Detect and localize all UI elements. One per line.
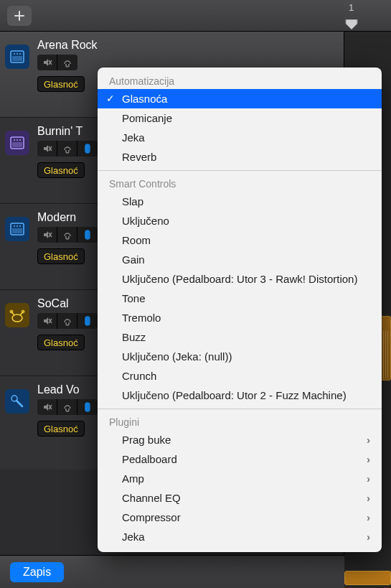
ruler-bar-label: 1 [349, 2, 354, 13]
svg-point-5 [19, 53, 21, 55]
svg-point-19 [17, 225, 18, 227]
track-toolbar [0, 0, 391, 32]
playhead[interactable] [344, 19, 359, 31]
menu-item-label: Amp [122, 472, 144, 485]
menu-item[interactable]: Glasnoća [98, 89, 382, 108]
automation-parameter-pill[interactable]: Glasnoć [37, 248, 85, 264]
region-vocal[interactable] [344, 571, 391, 585]
input-monitor-button[interactable] [77, 399, 98, 415]
mute-button[interactable] [37, 313, 57, 329]
menu-submenu-item[interactable]: Compressor› [98, 508, 382, 527]
menu-item[interactable]: Buzz [98, 327, 382, 347]
svg-rect-2 [12, 56, 22, 61]
menu-header-plugins: Plugini [98, 413, 382, 430]
menu-item[interactable]: Gain [98, 250, 382, 269]
menu-separator [98, 170, 382, 171]
solo-button[interactable] [57, 141, 77, 157]
pill-label: Glasnoć [44, 79, 78, 90]
svg-point-24 [12, 314, 22, 322]
menu-submenu-item[interactable]: Amp› [98, 469, 382, 488]
microphone-icon [5, 389, 29, 414]
pill-label: Glasnoć [44, 165, 78, 176]
automation-parameter-pill[interactable]: Glasnoć [37, 421, 85, 437]
menu-item-label: Channel EQ [122, 492, 181, 504]
menu-item[interactable]: Slap [98, 192, 382, 211]
record-label: Zapis [23, 566, 51, 579]
amp-icon [5, 45, 29, 69]
input-monitor-button[interactable] [77, 141, 98, 157]
menu-separator [98, 409, 382, 409]
chevron-right-icon: › [367, 511, 370, 523]
add-track-button[interactable] [7, 6, 32, 26]
svg-point-10 [14, 139, 15, 141]
svg-rect-17 [12, 228, 22, 233]
svg-point-18 [14, 225, 15, 227]
menu-item[interactable]: Pomicanje [98, 108, 382, 128]
mute-button[interactable] [37, 227, 57, 243]
automation-parameter-pill[interactable]: Glasnoć [37, 335, 85, 350]
solo-button[interactable] [57, 227, 77, 243]
chevron-right-icon: › [367, 531, 370, 543]
solo-button[interactable] [57, 313, 77, 329]
menu-item[interactable]: Uključeno (Jeka: (null)) [98, 347, 382, 366]
pill-label: Glasnoć [44, 337, 78, 348]
menu-item-label: Pedalboard [122, 453, 177, 465]
svg-line-33 [17, 401, 22, 406]
chevron-right-icon: › [367, 472, 370, 485]
menu-header-smart-controls: Smart Controls [98, 174, 382, 192]
record-button[interactable]: Zapis [10, 562, 64, 582]
menu-item-label: Compressor [122, 511, 181, 523]
svg-rect-23 [85, 230, 90, 239]
automation-parameter-pill[interactable]: Glasnoć [37, 162, 85, 178]
input-monitor-button[interactable] [77, 313, 98, 329]
chevron-right-icon: › [367, 434, 370, 446]
automation-parameter-pill[interactable]: Glasnoć [37, 76, 85, 92]
menu-item-label: Prag buke [122, 434, 171, 446]
menu-item[interactable]: Room [98, 230, 382, 250]
mute-button[interactable] [37, 55, 57, 70]
svg-point-4 [17, 53, 18, 55]
menu-item[interactable]: Reverb [98, 147, 382, 167]
svg-point-12 [19, 139, 21, 141]
chevron-right-icon: › [367, 492, 370, 504]
pill-label: Glasnoć [44, 251, 78, 262]
menu-submenu-item[interactable]: Jeka› [98, 527, 382, 546]
track-name: Arena Rock [37, 39, 338, 52]
menu-item-label: Jeka [122, 531, 145, 543]
drummer-icon [5, 303, 29, 327]
menu-item[interactable]: Tone [98, 289, 382, 308]
footer-bar: Zapis [0, 555, 344, 588]
svg-rect-31 [85, 317, 90, 325]
svg-point-11 [17, 139, 18, 141]
solo-button[interactable] [57, 399, 77, 415]
menu-item[interactable]: Tremolo [98, 308, 382, 327]
menu-item[interactable]: Uključeno [98, 211, 382, 230]
menu-submenu-item[interactable]: Channel EQ› [98, 488, 382, 508]
pill-label: Glasnoć [44, 424, 78, 434]
svg-rect-36 [85, 403, 90, 411]
svg-point-3 [14, 53, 15, 55]
svg-rect-15 [85, 144, 90, 153]
menu-item[interactable]: Uključeno (Pedalboard: Utor 3 - Rawk! Di… [98, 269, 382, 289]
solo-button[interactable] [57, 55, 77, 70]
menu-submenu-item[interactable]: Prag buke› [98, 430, 382, 449]
mute-button[interactable] [37, 141, 57, 157]
svg-rect-9 [12, 142, 22, 147]
input-monitor-button[interactable] [77, 227, 98, 243]
amp-icon [5, 217, 29, 241]
menu-item[interactable]: Jeka [98, 128, 382, 147]
chevron-right-icon: › [367, 453, 370, 465]
amp-icon [5, 131, 29, 155]
menu-item[interactable]: Crunch [98, 366, 382, 386]
menu-header-automation: Automatizacija [98, 72, 382, 89]
ruler[interactable]: 1 [344, 0, 391, 32]
menu-submenu-item[interactable]: Pedalboard› [98, 449, 382, 469]
menu-item[interactable]: Uključeno (Pedalboard: Utor 2 - Fuzz Mac… [98, 386, 382, 405]
mute-button[interactable] [37, 399, 57, 415]
automation-menu[interactable]: Automatizacija GlasnoćaPomicanjeJekaReve… [98, 67, 382, 552]
svg-point-20 [19, 225, 21, 227]
